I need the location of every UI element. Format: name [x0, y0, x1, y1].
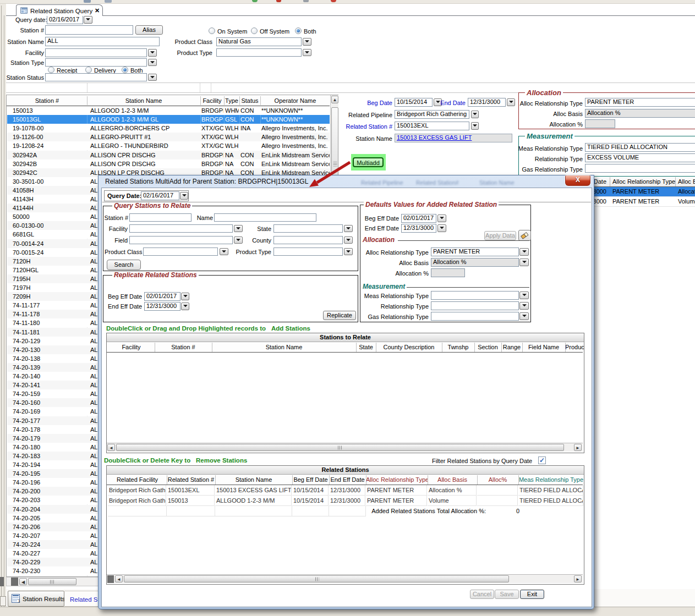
- exit-button[interactable]: Exit: [520, 590, 544, 599]
- bg-grid-header-cell[interactable]: Alloc Basis: [675, 177, 695, 186]
- def-alloc-basis-dropdown[interactable]: [519, 258, 529, 266]
- scroll-thumb[interactable]: [28, 578, 76, 585]
- station-grid-header-cell[interactable]: Station #: [7, 96, 87, 106]
- dialog-close-button[interactable]: X: [565, 175, 590, 186]
- def-end-input[interactable]: 12/31/3000: [401, 224, 436, 233]
- rep-beg-input[interactable]: 02/01/2017: [144, 292, 180, 301]
- related-station-dropdown[interactable]: [471, 122, 479, 130]
- def-meas-rel-type-input[interactable]: [431, 291, 519, 300]
- dialog-table-header-cell[interactable]: Station Name: [212, 343, 356, 352]
- replicate-button[interactable]: Replicate: [323, 311, 356, 320]
- station-num-input[interactable]: [45, 25, 133, 35]
- dialog-table-header-cell[interactable]: Related Facility: [108, 475, 167, 485]
- bg-grid-header-cell[interactable]: Alloc Relationship Type: [610, 177, 675, 186]
- rep-beg-dropdown[interactable]: [181, 293, 189, 300]
- def-gas-rel-type-dropdown[interactable]: [519, 312, 529, 320]
- dialog-table-header-cell[interactable]: End Eff Date: [329, 475, 366, 485]
- dlg-product-class-input[interactable]: [143, 248, 218, 256]
- dlg-product-class-dropdown[interactable]: [220, 248, 228, 255]
- dialog-table-header-cell[interactable]: Meas Relationship Type: [518, 475, 584, 485]
- scroll-right-button[interactable]: ►: [574, 444, 582, 451]
- table-row[interactable]: Bridgeport Rich Gathering150013EXL150013…: [107, 485, 583, 496]
- gas-rel-type-input[interactable]: [585, 164, 695, 173]
- facility-input[interactable]: [45, 48, 147, 57]
- dialog-table-header-cell[interactable]: Alloc%: [477, 475, 518, 485]
- product-class-input[interactable]: Natural Gas: [216, 37, 302, 46]
- def-gas-rel-type-input[interactable]: [431, 312, 519, 321]
- dlg-county-input[interactable]: [273, 236, 343, 244]
- related-pipeline-input[interactable]: Bridgeport Rich Gathering: [395, 110, 469, 119]
- dlg-state-dropdown[interactable]: [344, 225, 353, 232]
- def-rel-type-input[interactable]: [431, 301, 519, 310]
- station-type-input[interactable]: [45, 58, 147, 67]
- scroll-splitter-box[interactable]: [107, 575, 114, 583]
- table-hscrollbar[interactable]: ◄►: [107, 443, 583, 452]
- end-date-input[interactable]: 12/31/3000: [468, 98, 506, 107]
- cancel-button[interactable]: Cancel: [470, 590, 494, 599]
- def-alloc-basis-input[interactable]: Allocation %: [431, 258, 519, 267]
- table-row[interactable]: 19-1126-00ALLEGRO-PRUITT #1XTX/GCWLHAlle…: [7, 133, 330, 141]
- tab-close-icon[interactable]: ✕: [95, 7, 100, 14]
- station-name-link[interactable]: 150013 EXCESS GAS LIFT: [397, 134, 472, 141]
- eraser-button[interactable]: [518, 230, 531, 241]
- scroll-left-button[interactable]: ◀: [19, 578, 27, 585]
- table-row[interactable]: 19-1208-24ALLEGRO - THUNDERBIRDXTX/GCWLH…: [7, 141, 330, 150]
- tab-related-station-query[interactable]: Related Station Query ✕: [16, 4, 103, 16]
- delivery-radio[interactable]: [85, 67, 92, 73]
- alloc-basis-input[interactable]: Allocation %: [585, 109, 695, 118]
- product-class-dropdown[interactable]: [303, 38, 311, 46]
- dialog-table-header-cell[interactable]: Field Name: [522, 343, 565, 352]
- rep-end-input[interactable]: 12/31/3000: [144, 302, 180, 311]
- station-status-dropdown[interactable]: [148, 74, 157, 81]
- dialog-table-header-cell[interactable]: Section: [474, 343, 501, 352]
- def-meas-rel-type-dropdown[interactable]: [519, 292, 529, 299]
- dlg-field-dropdown[interactable]: [234, 237, 243, 244]
- save-button[interactable]: Save: [495, 590, 519, 599]
- toolbar-flag-icon[interactable]: [276, 0, 281, 2]
- dialog-table-header-cell[interactable]: Station Name: [215, 475, 292, 485]
- dialog-table-header-cell[interactable]: Alloc Basis: [428, 475, 477, 485]
- dialog-table-header-cell[interactable]: State: [356, 343, 376, 352]
- toolbar-gray-icon[interactable]: [303, 0, 309, 2]
- alloc-rel-type-input[interactable]: PARENT METER: [585, 98, 695, 107]
- dialog-table-header-cell[interactable]: Alloc Relationship Type: [366, 475, 428, 485]
- table-row[interactable]: 150013ALLGOOD 1-2-3 M/MBRDGPRCHWHMCON**U…: [7, 106, 330, 115]
- def-beg-input[interactable]: 02/01/2017: [401, 214, 436, 223]
- station-status-input[interactable]: [45, 73, 147, 81]
- receipt-radio[interactable]: [48, 67, 54, 73]
- facility-dropdown[interactable]: [148, 49, 157, 57]
- scroll-splitter-box[interactable]: [11, 578, 18, 586]
- dlg-name-input[interactable]: [214, 213, 316, 222]
- dlg-product-type-input[interactable]: [273, 248, 343, 256]
- dlg-station-num-input[interactable]: [129, 213, 191, 222]
- filter-checkbox[interactable]: [538, 457, 546, 464]
- dialog-table-header-cell[interactable]: Related Station #: [167, 475, 215, 485]
- def-rel-type-dropdown[interactable]: [519, 302, 529, 310]
- alloc-pct-input[interactable]: [585, 119, 615, 128]
- scroll-thumb[interactable]: [124, 575, 509, 582]
- table-row[interactable]: 302942AALLISON CPR DISCHGBRDGPRCHNACONEn…: [7, 151, 330, 160]
- station-grid-header-cell[interactable]: Operator Name: [260, 96, 330, 106]
- dialog-query-date-dropdown[interactable]: [180, 192, 188, 200]
- on-system-radio[interactable]: [209, 28, 215, 34]
- scroll-thumb[interactable]: [116, 444, 564, 451]
- dlg-state-input[interactable]: [273, 224, 343, 233]
- station-grid-header-cell[interactable]: Status: [239, 96, 260, 106]
- search-button[interactable]: Search: [107, 260, 141, 270]
- dialog-table-header-cell[interactable]: Twnshp: [442, 343, 474, 352]
- def-alloc-rel-type-dropdown[interactable]: [519, 248, 529, 256]
- toolbar-page-icon[interactable]: [105, 0, 112, 3]
- scroll-left-button[interactable]: ◄: [107, 444, 115, 451]
- dialog-table-header-cell[interactable]: County Description: [376, 343, 442, 352]
- def-alloc-pct-input[interactable]: [431, 268, 465, 277]
- both-rd-radio[interactable]: [122, 67, 128, 73]
- table-row[interactable]: 302942BALLISON CPR DISCHGBRDGPRCHNACONEn…: [7, 160, 330, 168]
- def-alloc-rel-type-input[interactable]: PARENT METER: [431, 248, 519, 256]
- product-type-dropdown[interactable]: [303, 49, 311, 56]
- table-row[interactable]: 150013GLALLGOOD 1-2-3 M/M GLBRDGPRCHGSLC…: [7, 115, 330, 124]
- def-end-dropdown[interactable]: [437, 224, 446, 232]
- table-row[interactable]: 19-1078-00ALLERGRO-BORCHERS CPXTX/GCWLHI…: [7, 124, 330, 133]
- dlg-field-input[interactable]: [129, 236, 233, 244]
- station-name-input[interactable]: ALL: [45, 37, 160, 46]
- station-grid-header-cell[interactable]: Facility: [200, 96, 224, 106]
